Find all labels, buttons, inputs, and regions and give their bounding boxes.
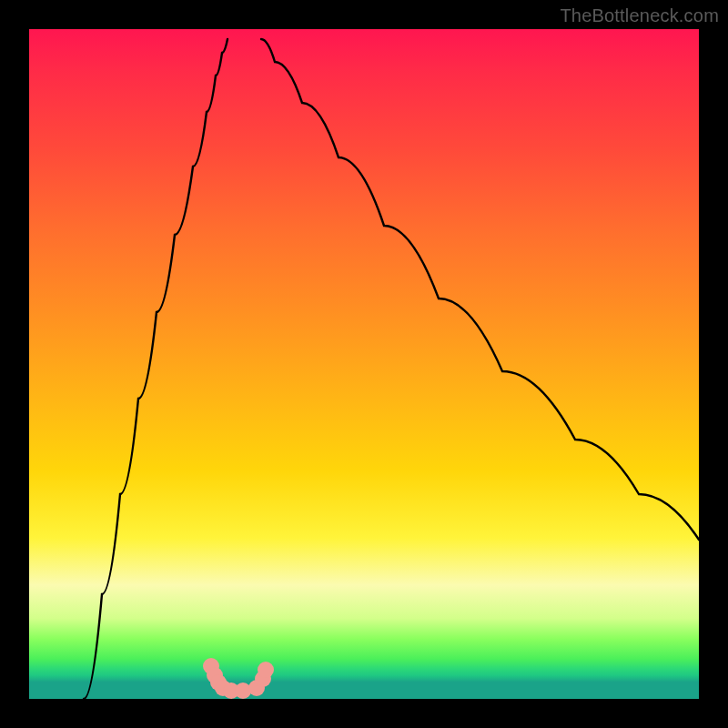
chart-stage: TheBottleneck.com xyxy=(0,0,728,728)
watermark-text: TheBottleneck.com xyxy=(560,5,719,26)
right-curve xyxy=(261,39,699,540)
bottom-dot xyxy=(258,662,274,678)
bottom-dot-group xyxy=(203,658,274,699)
bottom-dot xyxy=(235,682,251,699)
curve-layer xyxy=(29,29,699,699)
left-curve xyxy=(84,39,228,699)
plot-area xyxy=(29,29,699,699)
